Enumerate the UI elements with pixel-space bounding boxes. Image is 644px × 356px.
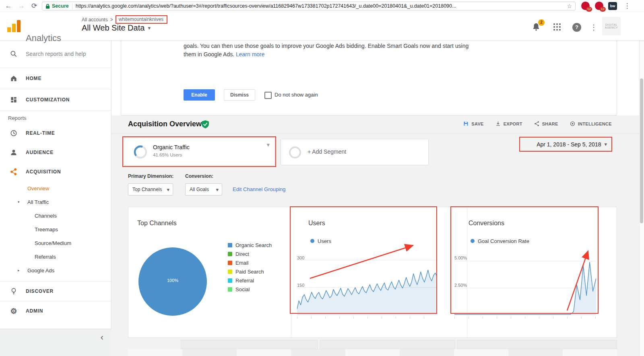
bookmark-star-icon[interactable]: ☆ bbox=[567, 3, 572, 9]
sidebar-item-admin[interactable]: ⚙ ADMIN bbox=[0, 301, 111, 321]
sidebar-item-label: AUDIENCE bbox=[26, 150, 54, 155]
collapse-sidebar-button[interactable]: ‹ bbox=[101, 332, 103, 343]
table-subheader-cell bbox=[345, 349, 400, 356]
legend-swatch bbox=[228, 243, 232, 247]
intelligence-button[interactable]: INTELLIGENCE bbox=[570, 121, 612, 127]
sidebar-item-source-medium[interactable]: Source/Medium bbox=[0, 236, 111, 250]
app-header: Analytics All accounts > whitemountainkn… bbox=[0, 12, 644, 40]
legend-swatch bbox=[228, 270, 232, 274]
users-series-dot bbox=[310, 239, 314, 243]
report-actions: SAVE EXPORT SHARE bbox=[463, 121, 612, 127]
property-selector[interactable]: All Web Site Data ▾ bbox=[82, 23, 151, 33]
legend-item: Referral bbox=[228, 276, 272, 285]
dropdown-value: All Goals bbox=[190, 187, 209, 192]
breadcrumb: All accounts > whitemountainknives bbox=[82, 15, 167, 24]
account-avatar[interactable]: DIGITAL AGENCY bbox=[602, 17, 621, 35]
dismiss-button[interactable]: Dismiss bbox=[224, 89, 255, 101]
vertical-scrollbar-thumb[interactable] bbox=[640, 78, 643, 223]
breadcrumb-all-accounts[interactable]: All accounts bbox=[82, 17, 108, 23]
action-label: INTELLIGENCE bbox=[578, 121, 612, 126]
segment-chip-organic-traffic[interactable]: Organic Traffic 41.65% Users ▾ bbox=[124, 138, 275, 166]
learn-more-link[interactable]: Learn more bbox=[236, 51, 265, 58]
sidebar-item-referrals[interactable]: Referrals bbox=[0, 250, 111, 263]
charts-panel: Top Channels 100% Organic Search Direct … bbox=[128, 207, 617, 338]
sidebar-item-google-ads[interactable]: ▸ Google Ads bbox=[0, 263, 111, 277]
primary-dimension-label: Primary Dimension: bbox=[128, 173, 173, 179]
browser-forward-button[interactable]: → bbox=[16, 1, 27, 11]
save-button[interactable]: SAVE bbox=[463, 121, 483, 127]
clock-icon bbox=[10, 129, 18, 137]
conversion-dropdown[interactable]: All Goals ▾ bbox=[185, 183, 222, 195]
browser-toolbar: ← → ⟳ Secure https://analytics.google.co… bbox=[0, 0, 644, 12]
edit-channel-grouping-link[interactable]: Edit Channel Grouping bbox=[233, 186, 286, 192]
date-range-selector[interactable]: Apr 1, 2018 - Sep 5, 2018 ▾ bbox=[520, 138, 611, 150]
browser-back-button[interactable]: ← bbox=[3, 1, 14, 11]
legend-swatch bbox=[228, 287, 232, 292]
sidebar-item-channels[interactable]: Channels bbox=[0, 209, 111, 222]
primary-dimension-dropdown[interactable]: Top Channels ▾ bbox=[128, 183, 173, 195]
top-channels-title: Top Channels bbox=[137, 220, 177, 227]
extension-badge: 12 bbox=[586, 7, 592, 12]
browser-extension-icon-1[interactable]: 12 bbox=[581, 2, 590, 10]
sidebar-item-label: Channels bbox=[35, 213, 57, 219]
sidebar-item-real-time[interactable]: REAL-TIME bbox=[0, 123, 111, 143]
analytics-logo[interactable] bbox=[6, 19, 23, 33]
chevron-right-icon: ▸ bbox=[18, 268, 20, 272]
legend-swatch bbox=[228, 252, 232, 256]
search-reports-input[interactable]: Search reports and help bbox=[0, 40, 111, 68]
header-overflow-menu-button[interactable]: ⋮ bbox=[588, 22, 599, 33]
sidebar-item-label: Google Ads bbox=[27, 268, 54, 274]
help-button[interactable]: ? bbox=[572, 23, 583, 33]
sidebar-item-label: Treemaps bbox=[35, 226, 58, 233]
chevron-down-icon: ▾ bbox=[18, 200, 20, 204]
sidebar-item-all-traffic[interactable]: ▾ All Traffic bbox=[0, 195, 111, 209]
add-segment-ring-icon bbox=[288, 146, 302, 159]
browser-extension-icon-2[interactable]: 12 bbox=[595, 2, 603, 10]
property-name: All Web Site Data bbox=[82, 23, 144, 33]
legend-item: Organic Search bbox=[228, 241, 272, 249]
address-bar[interactable]: Secure https://analytics.google.com/anal… bbox=[42, 2, 576, 10]
share-button[interactable]: SHARE bbox=[534, 121, 558, 127]
sidebar-item-customization[interactable]: CUSTOMIZATION bbox=[0, 89, 111, 111]
gear-icon: ⚙ bbox=[10, 307, 18, 316]
browser-reload-button[interactable]: ⟳ bbox=[29, 1, 39, 11]
add-segment-button[interactable]: + Add Segment bbox=[281, 139, 429, 165]
segment-donut-icon bbox=[133, 144, 148, 160]
do-not-show-again-checkbox[interactable] bbox=[264, 92, 272, 99]
product-name: Analytics bbox=[26, 33, 61, 43]
legend-label: Referral bbox=[235, 278, 254, 284]
chevron-down-icon[interactable]: ▾ bbox=[266, 141, 270, 148]
breadcrumb-account-name[interactable]: whitemountainknives bbox=[116, 15, 167, 24]
notifications-bell-button[interactable]: 2 bbox=[531, 22, 542, 33]
agency-logo-text: DIGITAL bbox=[605, 23, 617, 26]
sidebar-item-acquisition[interactable]: ACQUISITION bbox=[0, 162, 111, 181]
enable-button[interactable]: Enable bbox=[184, 89, 215, 101]
x-axis-ticks bbox=[454, 317, 596, 319]
legend-swatch bbox=[228, 278, 232, 283]
conversions-chart-title: Conversions bbox=[469, 220, 504, 227]
intelligence-icon bbox=[570, 121, 576, 127]
chevron-down-icon: ▾ bbox=[148, 25, 151, 31]
sidebar-item-home[interactable]: HOME bbox=[0, 68, 111, 89]
legend-label: Social bbox=[235, 286, 250, 292]
verified-shield-icon bbox=[202, 120, 209, 128]
export-button[interactable]: EXPORT bbox=[495, 121, 522, 127]
sidebar-item-label: Referrals bbox=[35, 254, 56, 260]
sidebar-item-overview[interactable]: Overview bbox=[0, 181, 111, 195]
sidebar-item-audience[interactable]: AUDIENCE bbox=[0, 143, 111, 162]
url-divider bbox=[72, 3, 72, 9]
sidebar-item-treemaps[interactable]: Treemaps bbox=[0, 222, 111, 236]
sidebar-item-label: HOME bbox=[26, 76, 41, 81]
table-subheader-cell bbox=[128, 349, 182, 356]
screen: ← → ⟳ Secure https://analytics.google.co… bbox=[0, 0, 644, 356]
table-subheader-cell bbox=[454, 349, 508, 356]
agency-logo-text: AGENCY bbox=[605, 26, 618, 29]
date-range-value: Apr 1, 2018 - Sep 5, 2018 bbox=[537, 141, 601, 148]
sidebar-item-discover[interactable]: DISCOVER bbox=[0, 281, 111, 301]
apps-grid-button[interactable] bbox=[552, 22, 563, 33]
smart-goals-banner: goals. You can then use those goals to i… bbox=[121, 40, 617, 115]
browser-menu-button[interactable]: ⋮ bbox=[622, 1, 632, 11]
browser-extension-bw-icon[interactable]: bw bbox=[608, 2, 617, 10]
sidebar-item-label: Source/Medium bbox=[35, 240, 71, 246]
table-header-strip bbox=[457, 340, 617, 349]
